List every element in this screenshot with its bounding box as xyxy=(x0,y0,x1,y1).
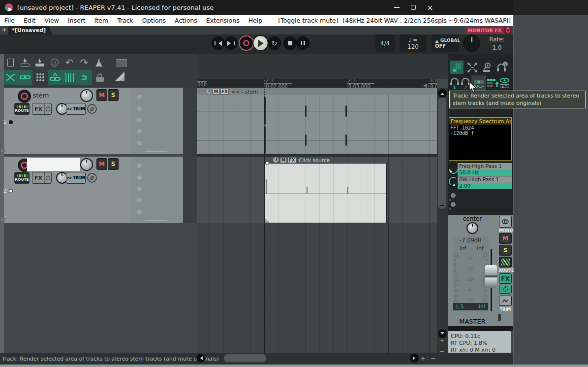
master-mute-button[interactable]: M xyxy=(499,233,512,244)
tempo-display[interactable]: ♩ = 120 xyxy=(400,34,427,52)
media-explorer-icon[interactable] xyxy=(33,70,48,85)
fx-analyzer-window[interactable]: Frequency Spectrum Anal FFT 1024 -120dB … xyxy=(449,117,512,161)
menu-extensions[interactable]: Extensions xyxy=(202,17,244,24)
master-peak-right[interactable]: -inf xyxy=(472,245,487,251)
track-trim-button[interactable]: TRIM xyxy=(66,172,86,184)
insert-track-icon[interactable] xyxy=(486,76,499,90)
envelope-group-icon[interactable] xyxy=(48,70,62,85)
item-fx-button[interactable]: FX xyxy=(288,157,296,163)
project-tab-unsaved[interactable]: *[Unsaved] xyxy=(8,26,53,34)
folder-indent-icon[interactable] xyxy=(1,218,5,221)
visibility-options-icon[interactable] xyxy=(498,76,511,90)
media-item-stem[interactable]: M FX << - stem xyxy=(197,88,437,154)
go-to-end-button[interactable] xyxy=(224,36,238,50)
master-mono-button[interactable] xyxy=(499,216,512,228)
repeat-button[interactable]: ↻ xyxy=(268,36,281,50)
track-solo-button[interactable]: S xyxy=(108,158,119,170)
fx-power-icon[interactable] xyxy=(44,172,51,183)
master-solo-button[interactable]: S xyxy=(499,245,512,256)
menu-insert[interactable]: Insert xyxy=(63,17,90,24)
menu-options[interactable]: Options xyxy=(138,17,170,24)
grid-lines-icon[interactable] xyxy=(62,70,77,85)
pause-button[interactable] xyxy=(296,36,309,50)
menu-file[interactable]: File xyxy=(0,17,19,24)
time-signature-display[interactable]: 4/4 xyxy=(375,34,395,52)
save-project-icon[interactable] xyxy=(32,55,47,70)
master-peak-left[interactable]: -inf xyxy=(455,245,469,251)
fx-power-icon[interactable] xyxy=(44,103,51,114)
add-project-tab-button[interactable]: + xyxy=(2,27,6,33)
scroll-up-button[interactable] xyxy=(438,89,447,98)
master-pan-knob[interactable] xyxy=(466,222,478,234)
hscroll-thumb[interactable] xyxy=(224,354,266,362)
new-project-icon[interactable] xyxy=(3,55,18,70)
track-name[interactable]: - stem xyxy=(29,92,49,99)
horizontal-zoom-out-button[interactable]: − xyxy=(431,355,436,362)
item-clock-icon[interactable] xyxy=(205,88,212,95)
menu-item[interactable]: Item xyxy=(90,17,113,24)
item-mute-button[interactable]: M xyxy=(213,89,219,95)
track-mute-button[interactable]: M xyxy=(96,89,107,101)
zoom-in-item-icon[interactable] xyxy=(480,61,494,74)
folder-indent-icon[interactable] xyxy=(1,149,5,152)
item-mute-button[interactable]: M xyxy=(280,157,287,163)
track-fx-button[interactable]: FX xyxy=(32,172,52,184)
record-button[interactable] xyxy=(239,35,254,51)
edit-mode-icon[interactable] xyxy=(112,69,127,84)
audio-device-status[interactable]: [48kHz 24bit WAV : 2/2ch 256spls ~9.6/24… xyxy=(342,17,511,24)
lock-icon[interactable] xyxy=(93,70,107,85)
vertical-zoom-in-button[interactable]: + xyxy=(439,336,445,344)
phase-invert-button[interactable]: ø xyxy=(87,104,97,114)
track-solo-button[interactable]: S xyxy=(108,89,119,101)
marquee-select-icon[interactable] xyxy=(114,55,129,70)
master-trim-button[interactable] xyxy=(499,296,512,306)
item-clock-icon[interactable] xyxy=(273,157,279,163)
track-volume-knob[interactable] xyxy=(80,158,93,171)
redo-icon[interactable]: ↷ xyxy=(77,55,92,70)
hscroll-left-button[interactable] xyxy=(196,354,205,363)
track-volume-knob[interactable] xyxy=(80,89,93,102)
menu-track[interactable]: Track xyxy=(113,17,138,24)
track-trim-button[interactable]: TRIM xyxy=(66,103,86,115)
headphone-info-icon[interactable]: i xyxy=(495,61,508,74)
track-fx-button[interactable]: FX xyxy=(32,103,52,115)
monitor-fx-power-icon[interactable] xyxy=(504,27,512,34)
menu-view[interactable]: View xyxy=(40,17,63,24)
master-gain-readout[interactable]: -7.09dB xyxy=(453,237,489,244)
hscroll-right-button[interactable] xyxy=(410,354,419,363)
maximize-button[interactable] xyxy=(405,1,422,14)
horizontal-zoom-in-button[interactable]: + xyxy=(420,355,426,362)
menu-toggle-track-mute[interactable]: [Toggle track mute] xyxy=(274,17,342,24)
metronome-icon[interactable] xyxy=(92,55,106,70)
vscroll-thumb[interactable] xyxy=(438,98,446,209)
stop-button[interactable] xyxy=(283,36,297,50)
global-automation-button[interactable]: GLOBAL OFF xyxy=(432,34,459,52)
master-label[interactable]: MASTER xyxy=(453,318,492,325)
monitor-fx-button[interactable]: MONITOR FX xyxy=(465,27,512,34)
fx-analyzer-title[interactable]: Frequency Spectrum Anal xyxy=(449,118,511,125)
vertical-scrollbar[interactable]: + − xyxy=(437,88,448,353)
master-fx-power-button[interactable] xyxy=(499,285,512,294)
fx-param-value[interactable]: 50.0 Hz xyxy=(458,169,512,176)
track-name-input[interactable] xyxy=(27,158,80,171)
auto-crossfade-icon[interactable] xyxy=(3,70,18,85)
monitor-channel-1-icon[interactable]: 1 xyxy=(449,76,460,90)
track-mute-button[interactable]: M xyxy=(96,158,107,170)
item-fx-button[interactable]: FX xyxy=(220,89,229,95)
media-item-click-source[interactable] xyxy=(264,163,387,223)
track-route-button[interactable]: ROUTE xyxy=(14,103,30,115)
track-select-dot[interactable] xyxy=(9,120,13,124)
timeline-ruler[interactable]: 000 2.1 0:02.000 2.3 0:03.000 3.1 0:04.0… xyxy=(197,79,437,88)
minimize-button[interactable] xyxy=(388,1,405,14)
master-fader-handle[interactable] xyxy=(485,265,497,288)
toggle-docker-icon[interactable] xyxy=(450,61,464,74)
menu-edit[interactable]: Edit xyxy=(19,17,40,24)
play-button[interactable] xyxy=(253,35,268,51)
fx-param-value[interactable]: 2.00 xyxy=(458,183,512,189)
zoom-out-project-icon[interactable] xyxy=(465,61,479,74)
snap-icon[interactable]: ∩ xyxy=(77,70,92,85)
phase-invert-button[interactable]: ø xyxy=(87,173,97,183)
track-select-dot[interactable] xyxy=(9,189,13,193)
playrate-knob[interactable] xyxy=(463,34,480,52)
go-to-start-button[interactable] xyxy=(212,36,225,50)
